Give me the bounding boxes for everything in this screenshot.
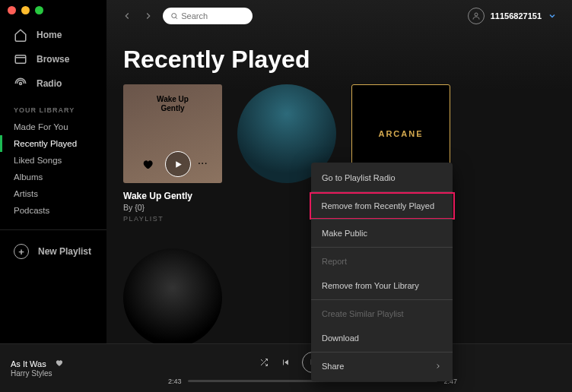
close-window-button[interactable]	[8, 6, 16, 14]
radio-icon	[14, 77, 27, 90]
nav-home[interactable]: Home	[0, 23, 106, 47]
cm-report: Report	[311, 249, 453, 273]
context-menu: Go to Playlist Radio Remove from Recentl…	[311, 163, 453, 381]
nav-home-label: Home	[37, 30, 62, 40]
more-button[interactable]: ···	[199, 160, 208, 169]
shuffle-button[interactable]	[259, 358, 269, 367]
maximize-window-button[interactable]	[35, 6, 43, 14]
previous-button[interactable]	[281, 358, 290, 367]
cover-art	[123, 248, 222, 347]
cm-go-to-playlist-radio[interactable]: Go to Playlist Radio	[311, 166, 453, 190]
time-elapsed: 2:43	[168, 378, 182, 385]
user-name: 11156827151	[491, 11, 542, 21]
cover-art: Wake Up Gently ···	[123, 84, 222, 183]
chevron-right-icon	[434, 362, 442, 370]
cm-remove-recently-played[interactable]: Remove from Recently Played	[310, 192, 455, 220]
like-track-button[interactable]	[55, 359, 63, 368]
topbar: 11156827151	[106, 0, 572, 32]
cm-share-label: Share	[322, 362, 344, 371]
home-icon	[14, 28, 27, 42]
back-button[interactable]	[122, 11, 132, 21]
track-artist[interactable]: Harry Styles	[11, 369, 63, 378]
card-title: Wake Up Gently	[123, 191, 222, 201]
nav-browse-label: Browse	[37, 54, 69, 65]
new-playlist-label: New Playlist	[38, 246, 91, 257]
search-icon	[170, 11, 178, 21]
nav-history	[122, 11, 154, 21]
svg-point-2	[172, 14, 176, 18]
cm-download[interactable]: Download	[311, 326, 453, 350]
card-type: PLAYLIST	[123, 215, 222, 223]
like-button[interactable]	[138, 154, 157, 174]
lib-artists[interactable]: Artists	[0, 185, 106, 202]
minimize-window-button[interactable]	[21, 6, 30, 14]
new-playlist-button[interactable]: + New Playlist	[0, 229, 106, 268]
player-bar: As It Was Harry Styles 2:43 2:47	[0, 343, 572, 392]
nav-radio[interactable]: Radio	[0, 71, 106, 96]
search-input[interactable]	[181, 11, 245, 21]
menu-separator	[311, 352, 453, 352]
window-controls	[8, 6, 43, 14]
user-menu[interactable]: 11156827151	[468, 8, 557, 24]
svg-rect-0	[15, 55, 26, 64]
forward-button[interactable]	[143, 11, 154, 21]
cover-text: Wake Up Gently	[157, 95, 189, 113]
cm-make-public[interactable]: Make Public	[311, 221, 453, 245]
track-title-text: As It Was	[11, 359, 46, 368]
chevron-down-icon	[548, 11, 557, 21]
lib-albums[interactable]: Albums	[0, 169, 106, 185]
playlist-card[interactable]: Wake Up Gently ··· Wake Up Gently By {0}…	[123, 84, 222, 233]
page-title: Recently Played	[106, 32, 572, 84]
menu-separator	[311, 247, 453, 248]
browse-icon	[14, 52, 27, 66]
lib-recently-played[interactable]: Recently Played	[0, 135, 106, 152]
main-content: 11156827151 Recently Played Wake Up Gent…	[106, 0, 572, 392]
svg-point-1	[20, 83, 22, 85]
library-header: YOUR LIBRARY	[0, 96, 106, 119]
now-playing: As It Was Harry Styles	[11, 359, 163, 378]
lib-liked-songs[interactable]: Liked Songs	[0, 152, 106, 169]
track-title[interactable]: As It Was	[11, 359, 63, 368]
cm-share[interactable]: Share	[311, 354, 453, 378]
cm-remove-from-library[interactable]: Remove from Your Library	[311, 273, 453, 298]
lib-podcasts[interactable]: Podcasts	[0, 202, 106, 219]
play-button[interactable]	[165, 151, 191, 177]
lib-made-for-you[interactable]: Made For You	[0, 119, 106, 135]
nav-browse[interactable]: Browse	[0, 47, 106, 71]
cm-create-similar: Create Similar Playlist	[311, 302, 453, 326]
menu-separator	[311, 219, 453, 220]
cover-text: ARCANE	[378, 129, 423, 138]
nav-radio-label: Radio	[37, 78, 62, 89]
card-subtitle: By {0}	[123, 203, 222, 212]
menu-separator	[311, 299, 453, 300]
search-box[interactable]	[163, 8, 253, 24]
plus-icon: +	[14, 244, 29, 259]
svg-point-3	[475, 13, 478, 16]
user-avatar-icon	[468, 8, 485, 24]
sidebar: Home Browse Radio YOUR LIBRARY Made For …	[0, 0, 106, 392]
